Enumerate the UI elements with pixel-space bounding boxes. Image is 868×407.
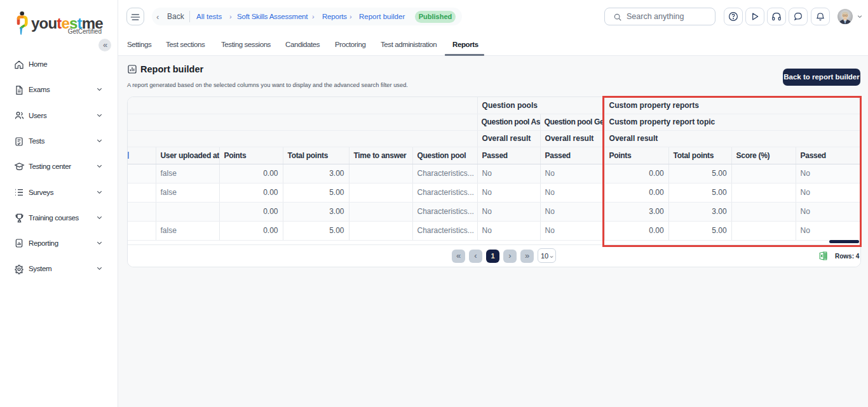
svg-text:GetCertified: GetCertified	[68, 28, 102, 35]
